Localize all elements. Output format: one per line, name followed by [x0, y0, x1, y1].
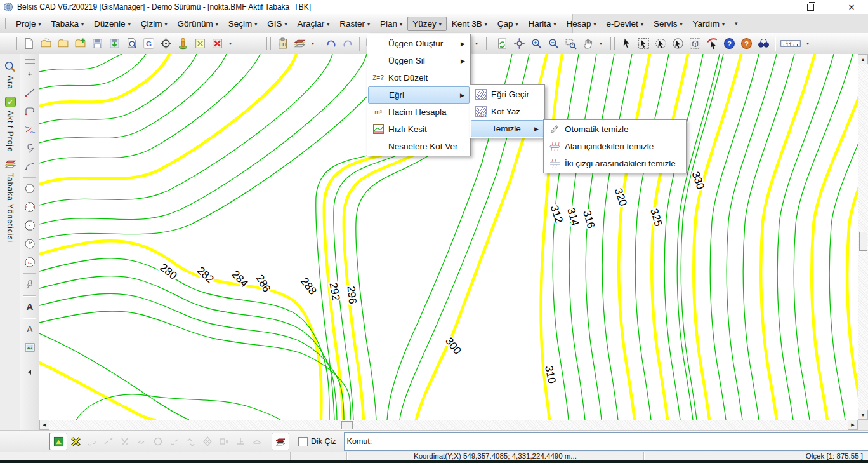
help-button[interactable]: ? — [721, 36, 738, 51]
pan-hand-button[interactable] — [579, 36, 596, 51]
pin-3d-button[interactable] — [174, 36, 192, 51]
menu-item-kot-yaz[interactable]: 123Kot Yaz — [471, 103, 544, 120]
text-light-button[interactable]: A — [22, 321, 37, 337]
select-lasso-button[interactable] — [652, 36, 669, 51]
menubar-item-yardim[interactable]: Yardım▾ — [687, 17, 730, 31]
draw-circle-points-button[interactable] — [22, 217, 37, 233]
draw-arc-button[interactable] — [22, 158, 37, 174]
menu-item-otomatik-temizle[interactable]: Otomatik temizle — [544, 121, 685, 138]
scroll-right-button[interactable]: ▶ — [848, 420, 858, 430]
draw-circle-radius-button[interactable]: r= — [22, 254, 37, 270]
draw-polyline-button[interactable] — [22, 103, 37, 119]
zoom-fit-button[interactable] — [494, 36, 511, 51]
draw-octagon-button[interactable] — [22, 199, 37, 215]
cell-delete-button[interactable] — [192, 36, 209, 51]
menu-item-ucgen-olustur[interactable]: Üçgen Oluştur▶ — [368, 35, 470, 52]
draw-dimension-button[interactable]: s=a= — [22, 121, 37, 137]
horizontal-scroll-thumb[interactable] — [341, 421, 353, 429]
pin-button[interactable] — [22, 276, 37, 292]
select-circle-button[interactable] — [669, 36, 687, 51]
snap-extension-icon[interactable] — [249, 433, 265, 450]
drawbar-scroll-button[interactable] — [22, 364, 37, 380]
toolbar-drag-handle[interactable] — [13, 37, 17, 50]
toolbar-drag-handle-4[interactable] — [610, 37, 615, 50]
clipboard-group-dropdown[interactable]: ▾ — [308, 41, 317, 46]
snap-perpendicular-icon[interactable] — [232, 433, 249, 450]
save-import-button[interactable] — [106, 36, 123, 51]
undo-button[interactable] — [322, 36, 339, 51]
minimize-button[interactable]: — — [756, 0, 782, 14]
restore-button[interactable] — [798, 0, 823, 14]
menubar-item-servis[interactable]: Servis▾ — [648, 17, 688, 31]
zoom-window-button[interactable] — [562, 36, 579, 51]
menubar-overflow-button[interactable]: ▾ — [730, 18, 743, 29]
snap-midpoint-icon[interactable] — [183, 433, 199, 450]
dik-ciz-toggle[interactable]: Dik Çiz — [298, 437, 336, 446]
command-field[interactable] — [344, 432, 868, 451]
menubar-item-tabaka[interactable]: Tabaka▾ — [46, 17, 89, 31]
layers-button[interactable] — [291, 36, 308, 51]
raster-snap-button[interactable] — [49, 433, 67, 450]
snap-center-icon[interactable] — [150, 433, 166, 450]
menubar-item-edevlet[interactable]: e-Devlet▾ — [602, 17, 648, 31]
file-group-dropdown[interactable]: ▾ — [226, 41, 235, 46]
cell-delete-red-button[interactable] — [209, 36, 226, 51]
menu-item-ucgen-sil[interactable]: Üçgen Sil▶ — [368, 52, 470, 69]
target-coordinates-button[interactable] — [157, 36, 174, 51]
menu-item-alan-icindekileri-temizle[interactable]: Alan içindekileri temizle — [544, 138, 685, 155]
sidebar-item-aktif-proje[interactable]: ✓ Aktif Proje — [4, 96, 16, 152]
menu-item-iki-cizgi-arasindakileri-temizle[interactable]: İki çizgi arasındakileri temizle — [544, 155, 685, 172]
snap-endpoint-icon[interactable] — [84, 433, 100, 450]
close-button[interactable]: ✕ — [839, 0, 864, 14]
menu-item-temizle[interactable]: Temizle▶ — [471, 120, 544, 137]
draw-circle-clock-button[interactable] — [22, 236, 37, 252]
select-window-button[interactable] — [635, 36, 652, 51]
menu-item-kot-duzelt[interactable]: Z=?Kot Düzelt — [368, 69, 470, 86]
menu-item-egri-gecir[interactable]: Eğri Geçir — [471, 86, 544, 103]
zoom-out-button[interactable] — [545, 36, 562, 51]
scroll-left-button[interactable]: ◀ — [39, 420, 49, 430]
menubar-item-gorunum[interactable]: Görünüm▾ — [172, 17, 223, 31]
menubar-drag-handle[interactable] — [5, 18, 6, 29]
draw-line-button[interactable] — [22, 84, 37, 100]
new-file-button[interactable] — [20, 36, 37, 51]
horizontal-scrollbar[interactable]: ◀ ▶ — [39, 420, 858, 431]
drawbar-drag-handle[interactable] — [25, 59, 35, 64]
toolbar-drag-handle-2[interactable] — [266, 37, 271, 50]
sidebar-item-ara[interactable]: Ara — [4, 60, 16, 90]
menubar-item-kent3b[interactable]: Kent 3B▾ — [447, 17, 492, 31]
add-file-button[interactable] — [72, 36, 89, 51]
layer-quick-button[interactable] — [272, 433, 289, 450]
insert-image-button[interactable] — [22, 339, 37, 355]
menubar-item-duzenle[interactable]: Düzenle▾ — [89, 17, 136, 31]
select-3d-button[interactable] — [687, 36, 704, 51]
draw-point-button[interactable] — [22, 66, 37, 82]
scroll-down-button[interactable]: ▼ — [858, 410, 868, 420]
select-cursor-button[interactable] — [618, 36, 635, 51]
find-button[interactable] — [755, 36, 772, 51]
menubar-item-hesap[interactable]: Hesap▾ — [562, 17, 602, 31]
dik-ciz-checkbox[interactable] — [298, 437, 308, 446]
menubar-item-secim[interactable]: Seçim▾ — [223, 17, 263, 31]
menubar-item-proje[interactable]: Proje▾ — [11, 17, 46, 31]
redo-button[interactable] — [339, 36, 357, 51]
text-bold-button[interactable]: A — [22, 299, 37, 314]
snap-node-icon[interactable] — [216, 433, 232, 450]
menubar-item-harita[interactable]: Harita▾ — [523, 17, 562, 31]
scroll-up-button[interactable]: ▲ — [858, 54, 868, 64]
menu-item-hizli-kesit[interactable]: Hızlı Kesit — [368, 121, 470, 138]
menubar-item-gis[interactable]: GIS▾ — [262, 17, 292, 31]
menubar-item-cizim[interactable]: Çizim▾ — [136, 17, 173, 31]
vertical-scrollbar[interactable]: ▲ ▼ — [858, 54, 868, 420]
print-preview-button[interactable] — [123, 36, 140, 51]
menubar-item-raster[interactable]: Raster▾ — [334, 17, 375, 31]
menubar-item-plan[interactable]: Plan▾ — [375, 17, 407, 31]
draw-polygon-button[interactable] — [22, 180, 37, 196]
zoom-in-button[interactable] — [528, 36, 545, 51]
vertical-scroll-thumb[interactable] — [859, 232, 867, 251]
snap-off-button[interactable] — [67, 433, 84, 450]
snap-quadrant-icon[interactable] — [199, 433, 216, 450]
menubar-item-cap[interactable]: Çap▾ — [492, 17, 523, 31]
deselect-button[interactable] — [704, 36, 721, 51]
sidebar-item-tabaka-yoneticisi[interactable]: Tabaka Yöneticisi — [4, 158, 16, 243]
